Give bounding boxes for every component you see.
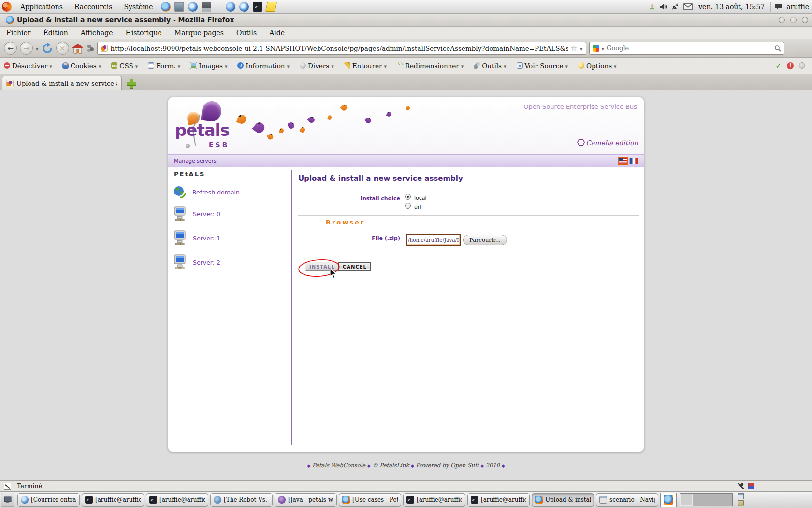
file-path-input[interactable]: [406, 234, 461, 246]
url-bar[interactable]: http://localhost:9090/petals-webconsole-…: [97, 42, 586, 55]
search-magnifier-icon[interactable]: [774, 45, 781, 52]
sidebar-item-server-1[interactable]: Server: 1: [173, 230, 220, 246]
new-tab-button[interactable]: [126, 78, 136, 89]
window-titlebar[interactable]: Upload & install a new service assembly …: [0, 14, 812, 27]
radio-local[interactable]: [405, 194, 411, 200]
browse-button[interactable]: Parcourir...: [463, 235, 507, 245]
workspace-4[interactable]: [719, 494, 732, 506]
workspace-switcher[interactable]: [680, 493, 733, 506]
sidebar-item-label[interactable]: Server: 2: [193, 259, 220, 266]
validation-error-icon[interactable]: !: [787, 62, 794, 69]
breadcrumb[interactable]: Manage servers: [174, 158, 217, 164]
menu-marque-pages[interactable]: Marque-pages: [168, 27, 230, 39]
devbar-form[interactable]: Form.: [148, 62, 180, 70]
plugin-status-icon[interactable]: [738, 483, 744, 489]
devbar-images[interactable]: Images: [190, 62, 227, 70]
bookmarks-icon[interactable]: [87, 44, 94, 53]
search-engine-dropdown-icon[interactable]: [602, 44, 605, 53]
footer-link-open-suit[interactable]: Open Suit: [450, 462, 478, 469]
workspace-1[interactable]: [680, 494, 693, 506]
stop-button[interactable]: ×: [56, 42, 69, 55]
sidebar-item-label[interactable]: Refresh domain: [192, 189, 240, 196]
web-app-launcher-icon[interactable]: [239, 2, 249, 12]
url-dropdown-icon[interactable]: [580, 44, 583, 53]
edit-grip-icon[interactable]: [4, 483, 11, 490]
radio-url[interactable]: [405, 203, 411, 209]
flag-us-icon[interactable]: [619, 158, 627, 164]
devbar-voir-source[interactable]: »Voir Source: [517, 62, 568, 70]
menu-historique[interactable]: Historique: [119, 27, 168, 39]
taskbar-window-upload-install[interactable]: Upload & instal...: [532, 493, 594, 507]
validation-neutral-icon[interactable]: [799, 62, 805, 69]
taskbar-window-terminal-1[interactable]: >_[aruffie@aruffie:...: [82, 493, 144, 507]
forward-button[interactable]: →: [20, 42, 33, 55]
maximize-button[interactable]: [790, 17, 797, 23]
minimize-button[interactable]: [779, 17, 785, 23]
workspace-2[interactable]: [693, 494, 706, 506]
close-button[interactable]: [802, 17, 808, 23]
back-button[interactable]: ←: [4, 42, 17, 55]
devbar-entourer[interactable]: Entourer: [344, 62, 387, 70]
trash-applet-icon[interactable]: [738, 500, 744, 506]
notes-launcher-icon[interactable]: [265, 2, 276, 12]
menu-affichage[interactable]: Affichage: [74, 27, 119, 39]
devbar-cookies[interactable]: Cookies: [62, 62, 102, 70]
panel-username[interactable]: aruffie: [786, 3, 809, 11]
url-text[interactable]: http://localhost:9090/petals-webconsole-…: [111, 45, 568, 52]
flag-fr-icon[interactable]: [630, 158, 638, 164]
devbar-information[interactable]: iInformation: [237, 62, 290, 70]
taskbar-window-terminal-2[interactable]: >_[aruffie@aruffie:...: [146, 493, 208, 507]
menu-systeme[interactable]: Système: [118, 0, 159, 13]
sidebar-item-server-2[interactable]: Server: 2: [173, 254, 220, 270]
devbar-divers[interactable]: Divers: [300, 62, 334, 70]
thunderbird-launcher-icon[interactable]: [226, 2, 235, 12]
file-manager-launcher-icon[interactable]: [202, 2, 211, 12]
cancel-button[interactable]: CANCEL: [338, 262, 371, 271]
taskbar-window-robot[interactable]: [The Robot Vs. ...: [210, 493, 273, 507]
user-avatar-icon[interactable]: [649, 4, 655, 10]
devbar-options[interactable]: Options: [578, 62, 617, 70]
workspace-3[interactable]: [706, 494, 719, 506]
menu-edition[interactable]: Édition: [37, 27, 74, 39]
devbar-outils[interactable]: Outils: [474, 62, 506, 70]
taskbar-window-courrier[interactable]: [Courrier entran...: [17, 493, 80, 507]
sidebar-item-refresh-domain[interactable]: Refresh domain: [173, 186, 240, 199]
sidebar-item-label[interactable]: Server: 0: [193, 210, 220, 218]
tab-upload-install[interactable]: Upload & install a new service asse...: [2, 76, 122, 90]
reload-button[interactable]: [42, 43, 53, 54]
devbar-redimensionner[interactable]: ↖↘Redimensionner: [397, 62, 464, 70]
mail-envelope-icon[interactable]: [683, 3, 693, 10]
show-desktop-button[interactable]: [1, 493, 14, 507]
addon-status-icon[interactable]: [748, 483, 754, 489]
history-dropdown-icon[interactable]: [36, 44, 39, 53]
taskbar-window-terminal-4[interactable]: >_[aruffie@aruffie:...: [467, 493, 530, 507]
menu-raccourcis[interactable]: Raccourcis: [69, 0, 118, 13]
browser-launcher-icon[interactable]: [188, 2, 198, 12]
footer-link-petalslink[interactable]: PetalsLink: [380, 462, 409, 469]
search-input[interactable]: [607, 45, 771, 52]
devbar-desactiver[interactable]: Désactiver: [4, 62, 52, 70]
taskbar-window-scenario[interactable]: scenario - Navig...: [596, 493, 658, 507]
volume-icon[interactable]: [659, 3, 667, 11]
window-list-applet-icon[interactable]: [738, 493, 744, 499]
ubuntu-logo-icon[interactable]: [2, 2, 12, 12]
taskbar-window-java[interactable]: [Java - petals-we...: [275, 493, 337, 507]
devbar-css[interactable]: cssCSS: [111, 62, 138, 70]
panel-clock[interactable]: ven. 13 août, 15:57: [696, 3, 767, 11]
taskbar-firefox-button[interactable]: [660, 493, 677, 507]
chat-bubble-icon[interactable]: [775, 3, 783, 10]
validation-ok-icon[interactable]: ✓: [775, 61, 782, 70]
taskbar-window-terminal-3[interactable]: >_[aruffie@aruffie:...: [403, 493, 465, 507]
terminal-launcher-icon[interactable]: >_: [253, 2, 262, 12]
menu-aide[interactable]: Aide: [263, 27, 291, 39]
taskbar-window-use-cases[interactable]: [Use cases - Pet...: [339, 493, 401, 507]
menu-fichier[interactable]: Fichier: [0, 27, 37, 39]
radio-local-label[interactable]: local: [414, 195, 427, 201]
sidebar-item-server-0[interactable]: Server: 0: [173, 206, 220, 222]
home-button[interactable]: [72, 43, 84, 54]
sidebar-item-label[interactable]: Server: 1: [193, 235, 220, 242]
network-plug-icon[interactable]: [671, 3, 680, 11]
bookmark-star-icon[interactable]: [571, 44, 577, 53]
firefox-launcher-icon[interactable]: [161, 2, 171, 12]
menu-applications[interactable]: Applications: [14, 0, 69, 13]
